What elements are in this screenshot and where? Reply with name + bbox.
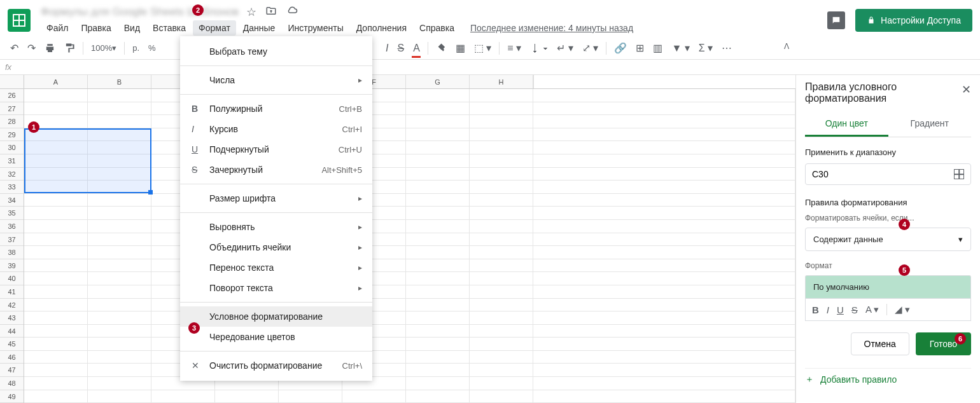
menu-data[interactable]: Данные (237, 20, 281, 36)
column-header[interactable]: G (406, 75, 470, 88)
undo-icon[interactable]: ↶ (6, 39, 22, 57)
row-header[interactable]: 29 (0, 128, 24, 142)
row-header[interactable]: 49 (0, 390, 24, 403)
functions-icon[interactable]: Σ ▾ (695, 39, 717, 57)
row-header[interactable]: 32 (0, 168, 24, 181)
menu-theme[interactable]: Выбрать тему (180, 41, 372, 62)
grid-selector-icon[interactable] (954, 169, 964, 179)
add-rule-button[interactable]: ＋ Добавить правило (805, 368, 971, 390)
menu-file[interactable]: Файл (41, 20, 74, 36)
comments-icon[interactable] (827, 11, 845, 29)
format-preview[interactable]: По умолчанию (805, 275, 971, 298)
row-header[interactable]: 36 (0, 220, 24, 233)
row-header[interactable]: 46 (0, 351, 24, 364)
column-header[interactable]: A (24, 75, 88, 88)
document-title[interactable]: Формулы для Google Sheets Шаблонов (41, 6, 239, 18)
mini-strike-icon[interactable]: S (851, 304, 858, 315)
cloud-saved-icon[interactable] (286, 5, 298, 19)
fill-color-icon[interactable] (432, 40, 451, 56)
mini-italic-icon[interactable]: I (827, 304, 829, 315)
tab-gradient[interactable]: Градиент (888, 112, 972, 137)
align-h-icon[interactable]: ≡ ▾ (503, 39, 525, 57)
row-header[interactable]: 38 (0, 246, 24, 259)
row-header[interactable]: 41 (0, 285, 24, 299)
menu-help[interactable]: Справка (414, 20, 460, 36)
italic-icon[interactable]: I (382, 40, 392, 57)
row-header[interactable]: 26 (0, 89, 24, 102)
menu-edit[interactable]: Правка (75, 20, 116, 36)
row-header[interactable]: 30 (0, 141, 24, 154)
zoom-select[interactable]: 100% ▾ (87, 43, 120, 53)
row-header[interactable]: 33 (0, 181, 24, 194)
strike-icon[interactable]: S (393, 40, 408, 57)
redo-icon[interactable]: ↷ (24, 39, 39, 57)
row-header[interactable]: 42 (0, 299, 24, 312)
currency-format[interactable]: р. (129, 41, 143, 55)
menu-alternating[interactable]: Чередование цветов (180, 327, 372, 347)
more-icon[interactable]: ⋯ (718, 39, 736, 57)
mini-underline-icon[interactable]: U (837, 304, 844, 315)
chart-icon[interactable]: ▥ (649, 39, 666, 57)
row-header[interactable]: 45 (0, 338, 24, 351)
wrap-icon[interactable]: ↵ ▾ (553, 39, 577, 57)
menu-rotate[interactable]: Поворот текста▸ (180, 278, 372, 298)
column-header[interactable]: H (470, 75, 533, 88)
cancel-button[interactable]: Отмена (851, 332, 909, 355)
merge-cells-icon[interactable]: ⬚ ▾ (470, 39, 495, 57)
menu-view[interactable]: Вид (118, 20, 146, 36)
row-header[interactable]: 40 (0, 272, 24, 285)
last-edit-link[interactable]: Последнее изменение: 4 минуты назад (470, 23, 633, 33)
star-icon[interactable]: ☆ (246, 5, 256, 19)
mini-bold-icon[interactable]: B (812, 304, 819, 315)
cells-area[interactable] (24, 89, 795, 403)
row-header[interactable]: 43 (0, 311, 24, 325)
menu-underline[interactable]: UПодчеркнутыйCtrl+U (180, 139, 372, 160)
row-header[interactable]: 31 (0, 154, 24, 168)
print-icon[interactable] (41, 40, 59, 56)
menu-italic[interactable]: IКурсивCtrl+I (180, 119, 372, 139)
close-icon[interactable]: ✕ (962, 83, 971, 97)
row-header[interactable]: 39 (0, 259, 24, 273)
paint-format-icon[interactable] (60, 40, 79, 56)
menu-font-size[interactable]: Размер шрифта▸ (180, 188, 372, 208)
menu-numbers[interactable]: Числа▸ (180, 70, 372, 90)
sheets-logo[interactable] (8, 9, 31, 32)
menu-insert[interactable]: Вставка (147, 20, 192, 36)
text-color-icon[interactable]: A (409, 40, 424, 57)
menu-tools[interactable]: Инструменты (282, 20, 349, 36)
formula-bar[interactable]: fx (0, 60, 980, 75)
rotate-icon[interactable]: ⤢ ▾ (578, 39, 602, 57)
mini-text-color-icon[interactable]: A ▾ (865, 304, 879, 315)
row-header[interactable]: 47 (0, 364, 24, 377)
row-header[interactable]: 48 (0, 377, 24, 390)
row-header[interactable]: 34 (0, 194, 24, 207)
column-header[interactable]: B (88, 75, 151, 88)
percent-format[interactable]: % (144, 41, 160, 55)
menu-strike[interactable]: SЗачеркнутыйAlt+Shift+5 (180, 160, 372, 180)
menu-conditional-format[interactable]: Условное форматирование (180, 306, 372, 327)
move-folder-icon[interactable] (265, 5, 277, 19)
borders-icon[interactable]: ▦ (452, 39, 469, 57)
menu-bold[interactable]: BПолужирныйCtrl+B (180, 99, 372, 119)
filter-icon[interactable]: ▼ ▾ (668, 39, 693, 57)
spreadsheet-grid[interactable]: ABCDEFGH 2627282930313233343536373839404… (0, 75, 795, 403)
menu-clear-format[interactable]: ✕Очистить форматированиеCtrl+\ (180, 355, 372, 376)
collapse-toolbar-icon[interactable]: ᐱ (784, 42, 789, 51)
row-header[interactable]: 27 (0, 102, 24, 116)
menu-wrap[interactable]: Перенос текста▸ (180, 257, 372, 278)
mini-fill-color-icon[interactable]: ◢ ▾ (895, 304, 910, 315)
row-header[interactable]: 44 (0, 325, 24, 338)
range-input[interactable] (812, 169, 954, 179)
align-v-icon[interactable]: ⭣ ▾ (526, 40, 552, 57)
menu-merge[interactable]: Объединить ячейки▸ (180, 237, 372, 257)
condition-select[interactable]: Содержит данные ▾ (805, 228, 971, 251)
menu-addons[interactable]: Дополнения (351, 20, 412, 36)
menu-align[interactable]: Выровнять▸ (180, 217, 372, 237)
menu-format[interactable]: Формат (193, 20, 236, 36)
row-header[interactable]: 28 (0, 115, 24, 128)
share-button[interactable]: Настройки Доступа (855, 9, 972, 32)
link-icon[interactable]: 🔗 (610, 39, 631, 57)
comment-icon[interactable]: ⊞ (632, 39, 648, 57)
tab-single-color[interactable]: Один цвет (805, 112, 888, 137)
row-header[interactable]: 35 (0, 207, 24, 220)
